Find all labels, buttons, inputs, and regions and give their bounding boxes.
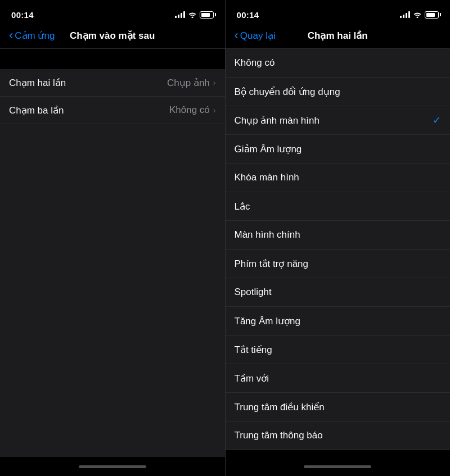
section-gap <box>0 49 225 69</box>
back-chevron-right: ‹ <box>235 28 238 43</box>
option-item-8[interactable]: Spotlight <box>226 278 451 306</box>
separator-3 <box>0 124 225 124</box>
option-item-5[interactable]: Lắc <box>226 192 451 220</box>
option-label-10: Tắt tiếng <box>235 344 272 356</box>
option-label-13: Trung tâm thông báo <box>235 430 323 441</box>
option-item-1[interactable]: Bộ chuyển đổi ứng dụng <box>226 78 451 106</box>
option-label-12: Trung tâm điều khiển <box>235 401 325 413</box>
option-label-5: Lắc <box>235 201 250 212</box>
option-label-8: Spotlight <box>235 287 272 298</box>
home-indicator-right <box>226 457 451 476</box>
wifi-icon-right <box>413 11 422 18</box>
battery-icon-right <box>425 11 439 19</box>
option-item-10[interactable]: Tắt tiếng <box>226 336 451 364</box>
option-label-11: Tầm với <box>235 373 269 384</box>
chevron-right-double: › <box>213 78 216 87</box>
signal-icon-right <box>400 11 410 18</box>
home-bar-right <box>304 465 371 468</box>
option-item-11[interactable]: Tầm với <box>226 364 451 392</box>
option-label-3: Giảm Âm lượng <box>235 143 302 155</box>
back-label-left: Cảm ứng <box>15 30 55 42</box>
home-indicator-left <box>0 457 225 476</box>
item-right-triple: Không có › <box>169 105 216 116</box>
status-bar-right: 00:14 <box>226 0 451 25</box>
right-panel: 00:14 ‹ Quay lại Chạm hai lần Không có <box>226 0 451 476</box>
nav-title-left: Chạm vào mặt sau <box>70 30 155 42</box>
option-item-12[interactable]: Trung tâm điều khiển <box>226 393 451 421</box>
option-item-4[interactable]: Khóa màn hình <box>226 164 451 192</box>
back-chevron-left: ‹ <box>9 28 13 43</box>
signal-icon <box>175 11 185 18</box>
nav-bar-right: ‹ Quay lại Chạm hai lần <box>226 25 451 48</box>
option-label-2: Chụp ảnh màn hình <box>235 115 320 126</box>
nav-bar-left: ‹ Cảm ứng Chạm vào mặt sau <box>0 25 225 48</box>
option-item-13[interactable]: Trung tâm thông báo <box>226 421 451 450</box>
left-panel: 00:14 ‹ Cảm ứng Chạm vào mặt sau Chạm ha… <box>0 0 225 476</box>
option-label-1: Bộ chuyển đổi ứng dụng <box>235 86 340 98</box>
option-label-0: Không có <box>235 57 275 69</box>
list-item-triple-tap[interactable]: Chạm ba lần Không có › <box>0 97 225 124</box>
list-item-double-tap[interactable]: Chạm hai lần Chụp ảnh › <box>0 69 225 96</box>
back-button-right[interactable]: ‹ Quay lại <box>235 28 276 43</box>
option-item-6[interactable]: Màn hình chính <box>226 221 451 249</box>
status-icons-right <box>400 11 439 19</box>
home-bar-left <box>79 465 146 468</box>
item-label-double: Chạm hai lần <box>9 77 66 89</box>
option-item-2[interactable]: Chụp ảnh màn hình ✓ <box>226 106 451 134</box>
item-value-double: Chụp ảnh <box>167 77 210 89</box>
wifi-icon <box>188 11 197 18</box>
back-label-right: Quay lại <box>240 30 276 42</box>
option-label-7: Phím tắt trợ năng <box>235 258 309 270</box>
left-list: Chạm hai lần Chụp ảnh › Chạm ba lần Khôn… <box>0 69 225 457</box>
item-value-triple: Không có <box>169 105 210 116</box>
option-item-3[interactable]: Giảm Âm lượng <box>226 135 451 163</box>
battery-icon <box>200 11 214 19</box>
status-bar-left: 00:14 <box>0 0 225 25</box>
option-item-0[interactable]: Không có <box>226 49 451 77</box>
back-button-left[interactable]: ‹ Cảm ứng <box>9 28 55 43</box>
option-item-7[interactable]: Phím tắt trợ năng <box>226 250 451 278</box>
option-label-4: Khóa màn hình <box>235 172 299 183</box>
item-right-double: Chụp ảnh › <box>167 77 216 89</box>
item-label-triple: Chạm ba lần <box>9 105 64 116</box>
nav-title-right: Chạm hai lần <box>308 30 368 42</box>
time-right: 00:14 <box>237 10 259 20</box>
options-list: Không có Bộ chuyển đổi ứng dụng Chụp ảnh… <box>226 49 451 457</box>
checkmark-icon: ✓ <box>433 114 441 126</box>
option-item-9[interactable]: Tăng Âm lượng <box>226 307 451 335</box>
options-list-inner: Không có Bộ chuyển đổi ứng dụng Chụp ảnh… <box>226 49 451 450</box>
option-label-6: Màn hình chính <box>235 229 300 241</box>
option-label-9: Tăng Âm lượng <box>235 315 300 327</box>
chevron-right-triple: › <box>213 106 216 115</box>
status-icons-left <box>175 11 214 19</box>
time-left: 00:14 <box>11 10 34 20</box>
